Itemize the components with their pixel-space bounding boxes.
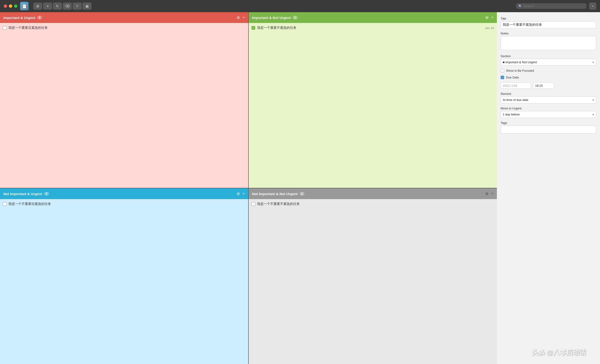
titlebar: 📋 ⊞ ≡ ↻ ⌫ ▽ ▦ 🔍 »	[0, 0, 600, 12]
quadrant-count-not-important-not-urgent: 1	[300, 192, 304, 196]
task-item: 我是一个重要且紧急的任务	[3, 25, 245, 31]
close-button[interactable]	[4, 4, 7, 8]
show-in-be-focused-checkbox[interactable]	[501, 69, 504, 72]
quadrant-not-important-urgent: Not Important & Urgent 1 ⊕ + 我是一个不重要但紧急的…	[0, 188, 248, 364]
move-to-urgent-select-wrap: 1 day before 2 days before 3 days before…	[501, 111, 596, 118]
due-date-row: ✓ Due Date	[501, 76, 596, 79]
remind-select[interactable]: At time of due date 5 minutes before 10 …	[501, 97, 596, 103]
show-in-be-focused-row: Show in Be Focused	[501, 69, 596, 72]
quadrant-title-important-urgent: Important & Urgent	[3, 16, 35, 20]
quadrant-title-not-important-urgent: Not Important & Urgent	[3, 192, 42, 196]
task-text-1: 我是一个重要不紧急的任务	[257, 26, 483, 30]
search-input[interactable]	[524, 4, 575, 8]
notes-field: Notes	[501, 32, 596, 51]
search-bar[interactable]: 🔍	[516, 3, 586, 9]
zoom-icon-not-important-urgent[interactable]: ⊕	[236, 191, 240, 196]
quadrant-important-urgent: Important & Urgent 1 ⊕ + 我是一个重要且紧急的任务	[0, 12, 248, 188]
due-date-checkbox[interactable]: ✓	[501, 76, 504, 79]
quadrant-grid: Important & Urgent 1 ⊕ + 我是一个重要且紧急的任务 Im…	[0, 12, 497, 364]
quadrant-header-important-urgent: Important & Urgent 1 ⊕ +	[0, 12, 248, 23]
search-icon: 🔍	[518, 4, 522, 8]
quadrant-body-important-not-urgent: ✓ 我是一个重要不紧急的任务 Jan 16	[249, 23, 497, 188]
zoom-icon-not-important-not-urgent[interactable]: ⊕	[485, 191, 489, 196]
task-checkbox-2[interactable]	[3, 202, 7, 206]
remind-field: Remind At time of due date 5 minutes bef…	[501, 92, 596, 103]
tags-field: Tags	[501, 121, 596, 134]
task-item: ✓ 我是一个重要不紧急的任务 Jan 16	[252, 25, 494, 31]
quadrant-title-important-not-urgent: Important & Not Urgent	[252, 16, 291, 20]
section-field: Section ■ Important & Not Urgent Importa…	[501, 54, 596, 66]
move-to-urgent-select[interactable]: 1 day before 2 days before 3 days before…	[501, 111, 596, 118]
quadrant-count-important-urgent: 1	[37, 16, 42, 19]
zoom-icon-important-urgent[interactable]: ⊕	[236, 15, 240, 20]
fullscreen-button[interactable]	[14, 4, 17, 8]
quadrant-body-not-important-urgent: 我是一个不重要但紧急的任务	[0, 199, 248, 364]
chart-button[interactable]: ▦	[83, 3, 91, 9]
task-date-1: Jan 16	[485, 26, 494, 30]
date-time-row	[501, 82, 596, 89]
task-checkbox-0[interactable]	[3, 26, 7, 30]
notes-label: Notes	[501, 32, 596, 35]
section-select-wrap: ■ Important & Not Urgent Important & Urg…	[501, 59, 596, 66]
move-to-urgent-label: Move to Urgent	[501, 107, 596, 110]
toolbar-buttons: ⊞ ≡ ↻ ⌫ ▽ ▦	[33, 3, 91, 9]
add-icon-important-urgent[interactable]: +	[242, 15, 245, 20]
list-view-button[interactable]: ≡	[43, 3, 52, 9]
section-label: Section	[501, 54, 596, 58]
quadrant-header-important-not-urgent: Important & Not Urgent 1 ⊕ +	[249, 12, 497, 23]
time-input[interactable]	[533, 82, 554, 89]
expand-button[interactable]: »	[589, 3, 596, 9]
quadrant-body-important-urgent: 我是一个重要且紧急的任务	[0, 23, 248, 188]
quadrant-not-important-not-urgent: Not Important & Not Urgent 1 ⊕ + 我是一个不重要…	[249, 188, 497, 364]
refresh-button[interactable]: ↻	[53, 3, 62, 9]
task-checkbox-1[interactable]: ✓	[252, 26, 255, 30]
date-input[interactable]	[501, 82, 531, 89]
task-text-0: 我是一个重要且紧急的任务	[9, 26, 245, 30]
title-field: Title	[501, 17, 596, 28]
quadrant-important-not-urgent: Important & Not Urgent 1 ⊕ + ✓ 我是一个重要不紧急…	[249, 12, 497, 188]
main-content: Important & Urgent 1 ⊕ + 我是一个重要且紧急的任务 Im…	[0, 12, 600, 364]
notes-input[interactable]	[501, 36, 596, 50]
section-select[interactable]: ■ Important & Not Urgent Important & Urg…	[501, 59, 596, 66]
quadrant-body-not-important-not-urgent: 我是一个不重要不紧急的任务	[249, 199, 497, 364]
grid-view-button[interactable]: ⊞	[33, 3, 42, 9]
filter-button[interactable]: ▽	[73, 3, 82, 9]
task-item: 我是一个不重要但紧急的任务	[3, 201, 245, 207]
add-icon-important-not-urgent[interactable]: +	[491, 15, 494, 20]
task-text-3: 我是一个不重要不紧急的任务	[257, 202, 494, 206]
quadrant-count-important-not-urgent: 1	[293, 16, 298, 19]
title-label: Title	[501, 17, 596, 20]
move-to-urgent-field: Move to Urgent 1 day before 2 days befor…	[501, 107, 596, 118]
traffic-lights	[4, 4, 17, 8]
tags-label: Tags	[501, 121, 596, 125]
quadrant-title-not-important-not-urgent: Not Important & Not Urgent	[252, 192, 298, 196]
title-input[interactable]	[501, 21, 596, 28]
task-checkbox-3[interactable]	[252, 202, 255, 206]
zoom-icon-important-not-urgent[interactable]: ⊕	[485, 15, 489, 20]
remind-label: Remind	[501, 92, 596, 96]
add-icon-not-important-urgent[interactable]: +	[242, 191, 245, 196]
delete-button[interactable]: ⌫	[63, 3, 72, 9]
add-icon-not-important-not-urgent[interactable]: +	[491, 191, 494, 196]
quadrant-header-not-important-not-urgent: Not Important & Not Urgent 1 ⊕ +	[249, 188, 497, 199]
app-icon: 📋	[20, 2, 28, 10]
task-text-2: 我是一个不重要但紧急的任务	[9, 202, 245, 206]
tags-input[interactable]	[501, 126, 596, 134]
quadrant-count-not-important-urgent: 1	[44, 192, 49, 196]
quadrant-header-not-important-urgent: Not Important & Urgent 1 ⊕ +	[0, 188, 248, 199]
due-date-label: Due Date	[506, 76, 519, 79]
minimize-button[interactable]	[9, 4, 12, 8]
task-item: 我是一个不重要不紧急的任务	[252, 201, 494, 207]
remind-select-wrap: At time of due date 5 minutes before 10 …	[501, 97, 596, 103]
right-panel: Title Notes Section ■ Important & Not Ur…	[497, 12, 600, 364]
show-in-be-focused-label: Show in Be Focused	[506, 69, 534, 72]
